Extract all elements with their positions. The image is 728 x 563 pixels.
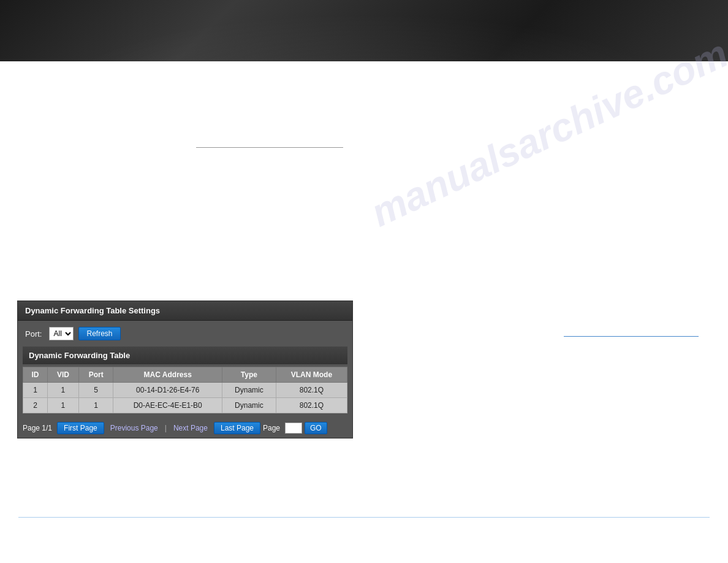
port-label: Port: [25, 329, 42, 339]
settings-row: Port: All 1 2 3 4 5 6 7 8 Refresh [18, 321, 352, 347]
col-vlan-mode: VLAN Mode [276, 367, 347, 383]
table-title-bar: Dynamic Forwarding Table [23, 347, 347, 364]
cell-mac: D0-AE-EC-4E-E1-B0 [113, 398, 222, 413]
panel-title-text: Dynamic Forwarding Table Settings [25, 306, 160, 315]
cell-id: 2 [23, 398, 48, 413]
cell-type: Dynamic [222, 398, 276, 413]
cell-vid: 1 [47, 383, 78, 398]
cell-port: 5 [78, 383, 113, 398]
main-panel: Dynamic Forwarding Table Settings Port: … [17, 301, 353, 439]
cell-vlan-mode: 802.1Q [276, 398, 347, 413]
table-title-text: Dynamic Forwarding Table [29, 351, 130, 360]
page-input-label: Page [263, 424, 280, 432]
separator-1: | [165, 424, 167, 432]
top-divider [196, 147, 343, 148]
next-page-button[interactable]: Next Page [170, 423, 211, 434]
table-row: 2 1 1 D0-AE-EC-4E-E1-B0 Dynamic 802.1Q [23, 398, 347, 413]
first-page-button[interactable]: First Page [57, 422, 104, 434]
cell-vid: 1 [47, 398, 78, 413]
col-type: Type [222, 367, 276, 383]
table-header-row: ID VID Port MAC Address Type VLAN Mode [23, 367, 347, 383]
bottom-divider [18, 517, 710, 518]
cell-vlan-mode: 802.1Q [276, 383, 347, 398]
page-number-input[interactable] [285, 423, 302, 434]
table-section: Dynamic Forwarding Table ID VID Port MAC… [18, 347, 352, 418]
page-info: Page 1/1 [23, 424, 52, 432]
port-select[interactable]: All 1 2 3 4 5 6 7 8 [49, 327, 74, 340]
cell-type: Dynamic [222, 383, 276, 398]
header-banner [0, 0, 728, 61]
cell-id: 1 [23, 383, 48, 398]
cell-mac: 00-14-D1-26-E4-76 [113, 383, 222, 398]
refresh-button[interactable]: Refresh [78, 327, 120, 340]
previous-page-button[interactable]: Previous Page [107, 423, 162, 434]
panel-title: Dynamic Forwarding Table Settings [18, 301, 352, 321]
forwarding-table: ID VID Port MAC Address Type VLAN Mode 1… [23, 367, 347, 413]
cell-port: 1 [78, 398, 113, 413]
table-row: 1 1 5 00-14-D1-26-E4-76 Dynamic 802.1Q [23, 383, 347, 398]
col-vid: VID [47, 367, 78, 383]
col-port: Port [78, 367, 113, 383]
last-page-button[interactable]: Last Page [214, 422, 260, 434]
col-id: ID [23, 367, 48, 383]
col-mac: MAC Address [113, 367, 222, 383]
go-button[interactable]: GO [305, 422, 327, 434]
right-divider [564, 336, 699, 337]
pagination-row: Page 1/1 First Page Previous Page | Next… [18, 418, 352, 438]
